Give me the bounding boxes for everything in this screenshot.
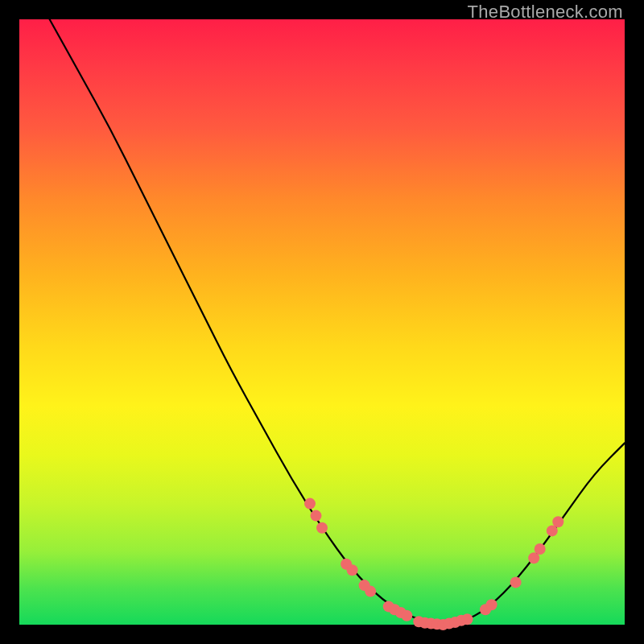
bottleneck-curve-path (50, 19, 625, 623)
data-marker (401, 610, 412, 621)
data-marker (510, 576, 522, 588)
data-marker (311, 510, 322, 522)
data-marker (486, 599, 497, 610)
chart-svg (19, 19, 625, 625)
data-marker (535, 543, 546, 555)
data-marker (365, 586, 376, 597)
data-marker (316, 522, 328, 534)
marker-group (304, 498, 564, 630)
watermark-text: TheBottleneck.com (468, 2, 623, 23)
data-marker (347, 564, 358, 576)
data-marker (552, 516, 564, 527)
data-marker (462, 613, 473, 625)
data-marker (304, 498, 316, 510)
chart-frame (19, 19, 625, 625)
